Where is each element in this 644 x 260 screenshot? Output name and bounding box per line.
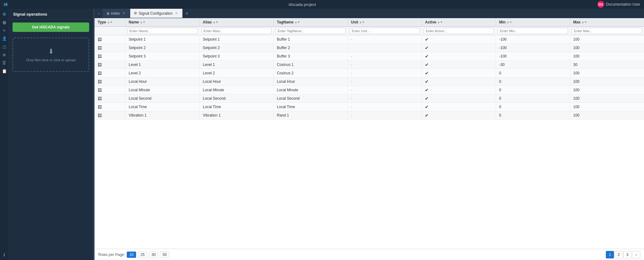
tab-bar: ‹ 🖥 index ✕ ⚙ Signal Configuration ✕ +	[95, 9, 644, 18]
signal-type-icon: 🖼	[98, 79, 102, 84]
sidebar-grid-icon[interactable]: ▦	[1, 19, 8, 26]
page-3-button[interactable]: 3	[623, 251, 631, 258]
cell-unit: -	[348, 86, 422, 94]
signal-table-container: Type ▲▼ Name ▲▼ Alias	[95, 18, 644, 249]
filter-active-input[interactable]	[424, 28, 494, 34]
filter-min-input[interactable]	[498, 28, 568, 34]
col-unit-sort: ▲▼	[359, 21, 365, 24]
active-checkmark: ✔	[425, 62, 429, 67]
tab-toggle-icon[interactable]: ‹	[96, 9, 102, 18]
col-name[interactable]: Name ▲▼	[125, 18, 200, 27]
page-size-25[interactable]: 25	[138, 252, 147, 258]
filter-name-cell	[125, 27, 200, 35]
table-row[interactable]: 🖼Local MinuteLocal MinuteLocal Minute-✔0…	[95, 86, 644, 94]
cell-alias: Level 2	[200, 69, 274, 78]
table-row[interactable]: 🖼Setpoint 3Setpoint 3Buffer 3-✔-100100	[95, 52, 644, 61]
col-name-label: Name	[129, 20, 139, 24]
cell-alias: Local Hour	[200, 78, 274, 86]
filter-min-cell	[496, 27, 570, 35]
tab-index[interactable]: 🖥 index ✕	[102, 9, 130, 18]
panel-sidebar: Signal operations Get i4SCADA signals ⬇ …	[9, 9, 93, 260]
col-unit[interactable]: Unit ▲▼	[348, 18, 422, 27]
active-checkmark: ✔	[425, 96, 429, 101]
active-checkmark: ✔	[425, 54, 429, 59]
page-2-button[interactable]: 2	[615, 251, 623, 258]
sidebar-chart-icon[interactable]: 📋	[1, 68, 8, 74]
tab-signal-config[interactable]: ⚙ Signal Configuration ✕	[130, 9, 183, 18]
cell-tagname: Rand 1	[273, 111, 348, 120]
sidebar-gear-icon[interactable]: ⚙	[1, 11, 8, 18]
sidebar-plugin-icon[interactable]: ⊕	[1, 51, 8, 58]
sidebar-info-icon[interactable]: ℹ	[1, 251, 8, 258]
col-min-sort: ▲▼	[507, 21, 512, 24]
page-1-button[interactable]: 1	[606, 251, 614, 258]
table-row[interactable]: 🖼Setpoint 1Setpoint 1Buffer 1-✔-100100	[95, 35, 644, 44]
file-drop-zone[interactable]: ⬇ Drop files here or click to upload	[13, 38, 89, 72]
sidebar-user-icon[interactable]: 👤	[1, 35, 8, 42]
table-row[interactable]: 🖼Local HourLocal HourLocal Hour-✔0100	[95, 78, 644, 86]
page-next-button[interactable]: ›	[632, 251, 640, 258]
cell-min: -30	[496, 61, 570, 69]
active-checkmark: ✔	[425, 88, 429, 92]
filter-unit-input[interactable]	[350, 28, 420, 34]
col-max-label: Max	[573, 20, 580, 24]
cell-active: ✔	[422, 103, 496, 111]
cell-min: 0	[496, 86, 570, 94]
cell-tagname: Local Time	[273, 103, 348, 111]
signal-type-icon: 🖼	[98, 113, 102, 118]
col-tagname-sort: ▲▼	[294, 21, 300, 24]
panel-title: Signal operations	[9, 9, 93, 19]
table-row[interactable]: 🖼Local SecondLocal SecondLocal Second-✔0…	[95, 94, 644, 103]
filter-active-cell	[422, 27, 496, 35]
signal-type-icon: 🖼	[98, 96, 102, 101]
page-size-10[interactable]: 10	[127, 252, 136, 258]
col-tagname[interactable]: TagName ▲▼	[273, 18, 348, 27]
cell-name: Local Hour	[125, 78, 200, 86]
cell-tagname: Cosinus 1	[273, 61, 348, 69]
cell-min: 0	[496, 111, 570, 120]
cell-max: 100	[570, 103, 644, 111]
col-type[interactable]: Type ▲▼	[95, 18, 125, 27]
page-size-30[interactable]: 30	[149, 252, 158, 258]
cell-alias: Local Time	[200, 103, 274, 111]
cell-alias: Vibration 1	[200, 111, 274, 120]
signal-type-icon: 🖼	[98, 71, 102, 76]
table-row[interactable]: 🖼Level 1Level 1Cosinus 1-✔-3030	[95, 61, 644, 69]
cell-name: Setpoint 3	[125, 52, 200, 61]
tab-add-button[interactable]: +	[183, 9, 191, 18]
tab-signal-icon: ⚙	[134, 11, 137, 15]
cell-name: Level 2	[125, 69, 200, 78]
table-row[interactable]: 🖼Level 2Level 2Cosinus 2-✔0100	[95, 69, 644, 78]
filter-max-input[interactable]	[572, 28, 642, 34]
signal-type-icon: 🖼	[98, 88, 102, 92]
cell-type: 🖼	[95, 94, 125, 103]
col-min[interactable]: Min ▲▼	[496, 18, 570, 27]
cell-min: -100	[496, 52, 570, 61]
table-row[interactable]: 🖼Local TimeLocal TimeLocal Time-✔0100	[95, 103, 644, 111]
filter-name-input[interactable]	[127, 28, 198, 34]
cell-type: 🖼	[95, 44, 125, 52]
sidebar-layers-icon[interactable]: ◫	[1, 43, 8, 50]
sidebar-list-icon[interactable]: ≡	[1, 27, 8, 34]
signal-type-icon: 🖼	[98, 54, 102, 59]
icon-sidebar: ⚙ ▦ ≡ 👤 ◫ ⊕ 🗄 📋 ℹ	[0, 9, 9, 260]
tab-signal-close[interactable]: ✕	[174, 11, 179, 16]
col-max[interactable]: Max ▲▼	[570, 18, 644, 27]
col-alias[interactable]: Alias ▲▼	[200, 18, 274, 27]
cell-max: 100	[570, 69, 644, 78]
get-signals-button[interactable]: Get i4SCADA signals	[13, 22, 89, 32]
sidebar-database-icon[interactable]: 🗄	[1, 59, 8, 66]
tab-index-close[interactable]: ✕	[121, 11, 126, 16]
cell-unit: -	[348, 103, 422, 111]
signal-type-icon: 🖼	[98, 46, 102, 50]
table-row[interactable]: 🖼Vibration 1Vibration 1Rand 1-✔0100	[95, 111, 644, 120]
cell-active: ✔	[422, 111, 496, 120]
filter-tagname-cell	[273, 27, 348, 35]
filter-alias-input[interactable]	[202, 28, 272, 34]
cell-unit: -	[348, 61, 422, 69]
cell-alias: Level 1	[200, 61, 274, 69]
col-active[interactable]: Active ▲▼	[422, 18, 496, 27]
filter-tagname-input[interactable]	[275, 28, 346, 34]
page-size-50[interactable]: 50	[160, 252, 169, 258]
table-row[interactable]: 🖼Setpoint 2Setpoint 2Buffer 2-✔-100100	[95, 44, 644, 52]
